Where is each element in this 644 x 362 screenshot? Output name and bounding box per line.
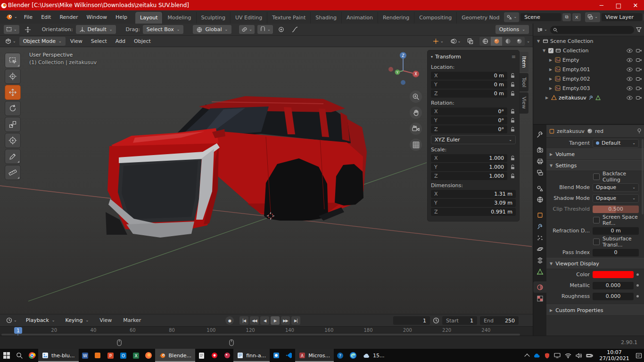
blend-mode-dropdown[interactable]: Opaque⌄ bbox=[593, 183, 639, 192]
location-x-field[interactable]: X0 m bbox=[431, 72, 507, 80]
timeline-menu-marker[interactable]: Marker bbox=[119, 315, 145, 325]
new-scene-button[interactable]: ⧉ bbox=[562, 13, 571, 21]
viewport-menu-view[interactable]: View bbox=[66, 37, 86, 46]
current-frame-field[interactable]: 1 bbox=[393, 316, 430, 325]
tab-object-data[interactable] bbox=[533, 266, 546, 277]
expand-arrow-icon[interactable]: ▶ bbox=[548, 77, 553, 81]
falloff-dropdown[interactable] bbox=[289, 25, 300, 34]
backface-culling-checkbox[interactable] bbox=[593, 173, 600, 180]
location-y-field[interactable]: Y0 m bbox=[431, 81, 507, 89]
scale-tool[interactable] bbox=[5, 117, 21, 132]
material-color-swatch[interactable] bbox=[593, 271, 634, 278]
rotation-x-field[interactable]: X0° bbox=[431, 107, 507, 115]
eye-icon[interactable] bbox=[627, 49, 633, 53]
camera-visibility-icon[interactable] bbox=[636, 67, 642, 72]
eye-icon[interactable] bbox=[627, 67, 633, 72]
view-layer-name-field[interactable]: View Layer bbox=[602, 13, 642, 21]
annotate-tool[interactable] bbox=[5, 149, 21, 164]
properties-scrollbar[interactable] bbox=[642, 139, 644, 214]
taskbar-chrome-icon[interactable] bbox=[25, 349, 38, 362]
workspace-tab-modeling[interactable]: Modeling bbox=[162, 12, 196, 24]
taskbar-app-blender[interactable]: Blende... bbox=[155, 349, 196, 362]
orientation-dropdown[interactable]: Default ⌄ bbox=[76, 25, 116, 34]
roughness-field[interactable]: 0.000 bbox=[593, 293, 634, 300]
tab-physics[interactable] bbox=[533, 243, 546, 255]
taskbar-search-button[interactable] bbox=[13, 349, 25, 362]
workspace-tab-animation[interactable]: Animation bbox=[341, 12, 378, 24]
eye-icon[interactable] bbox=[627, 58, 633, 62]
expand-arrow-icon[interactable]: ▶ bbox=[548, 67, 553, 72]
taskbar-weather-widget[interactable]: 15... bbox=[359, 349, 388, 362]
outliner-editor-dropdown[interactable]: ⌄ bbox=[536, 25, 548, 34]
drag-mode-dropdown[interactable]: Select Box ⌄ bbox=[143, 25, 184, 34]
shading-solid-button[interactable] bbox=[491, 37, 502, 46]
workspace-tab-rendering[interactable]: Rendering bbox=[378, 12, 414, 24]
sidebar-tab-tool[interactable]: Tool bbox=[520, 73, 528, 91]
tangent-dropdown[interactable]: Default⌄ bbox=[593, 139, 639, 148]
lock-icon[interactable] bbox=[510, 165, 516, 170]
scene-browse-dropdown[interactable]: ⌄ bbox=[504, 12, 519, 22]
outliner-row-empty[interactable]: ▶ Empty bbox=[533, 55, 644, 65]
workspace-tab-compositing[interactable]: Compositing bbox=[414, 12, 456, 24]
record-button[interactable]: ● bbox=[225, 316, 234, 325]
pass-index-field[interactable]: 0 bbox=[593, 249, 639, 256]
transform-pivot-dropdown[interactable]: Global ⌄ bbox=[193, 25, 231, 34]
jump-to-end-button[interactable]: ▶| bbox=[291, 316, 300, 325]
lock-icon[interactable] bbox=[510, 91, 516, 97]
collapse-arrow-icon[interactable]: ▾ bbox=[431, 55, 433, 59]
tab-particles[interactable] bbox=[533, 232, 546, 243]
editor-type-dropdown[interactable]: ⌄ bbox=[3, 37, 18, 46]
active-tool-dropdown[interactable]: ⌄ bbox=[4, 25, 19, 34]
show-gizmo-dropdown[interactable]: ⌄ bbox=[430, 37, 446, 46]
sidebar-tab-view[interactable]: View bbox=[520, 92, 528, 113]
tab-output[interactable] bbox=[533, 156, 546, 167]
navigation-gizmo[interactable]: Z Y X bbox=[385, 50, 421, 87]
shading-rendered-button[interactable] bbox=[513, 37, 525, 46]
tab-view-layer[interactable] bbox=[533, 167, 546, 178]
taskbar-vscode-icon[interactable] bbox=[282, 349, 295, 362]
menu-file[interactable]: File bbox=[20, 12, 37, 22]
breadcrumb-material[interactable]: red bbox=[595, 128, 603, 134]
viewport-menu-select[interactable]: Select bbox=[87, 37, 111, 46]
section-settings[interactable]: ▼ Settings bbox=[546, 160, 644, 171]
snap-toggle-dropdown[interactable]: ⌄ bbox=[257, 25, 273, 34]
jump-to-start-button[interactable]: |◀ bbox=[239, 316, 248, 325]
minimize-button[interactable]: ─ bbox=[593, 0, 610, 10]
taskbar-office-icon[interactable] bbox=[91, 349, 104, 362]
search-input[interactable] bbox=[560, 27, 631, 33]
metallic-field[interactable]: 0.000 bbox=[593, 282, 634, 289]
taskbar-edge-icon[interactable] bbox=[347, 349, 359, 362]
lock-icon[interactable] bbox=[510, 109, 516, 115]
viewport-menu-object[interactable]: Object bbox=[130, 37, 155, 46]
sidebar-tab-item[interactable]: Item bbox=[520, 52, 528, 72]
view-layer-browse-dropdown[interactable]: ⌄ bbox=[585, 12, 600, 22]
tab-render[interactable] bbox=[533, 144, 546, 156]
taskbar-excel-icon[interactable]: X bbox=[130, 349, 142, 362]
onedrive-icon[interactable] bbox=[533, 353, 540, 358]
play-button[interactable]: ▶ bbox=[271, 316, 280, 325]
volume-icon[interactable] bbox=[576, 353, 582, 358]
rotation-y-field[interactable]: Y0° bbox=[431, 116, 507, 124]
lock-icon[interactable] bbox=[510, 127, 516, 132]
options-dropdown[interactable]: Options ⌄ bbox=[495, 25, 529, 34]
menu-render[interactable]: Render bbox=[55, 12, 82, 22]
pin-icon[interactable] bbox=[637, 128, 642, 134]
shading-wireframe-button[interactable] bbox=[479, 37, 491, 46]
tab-constraints[interactable] bbox=[533, 255, 546, 266]
collection-checkbox[interactable]: ✓ bbox=[548, 48, 553, 53]
show-overlays-dropdown[interactable]: ⌄ bbox=[448, 37, 463, 46]
tab-modifiers[interactable] bbox=[533, 221, 546, 232]
transform-tool[interactable] bbox=[5, 133, 21, 148]
taskbar-powerpoint-icon[interactable]: P bbox=[104, 349, 117, 362]
scale-x-field[interactable]: X1.000 bbox=[431, 154, 507, 162]
camera-visibility-icon[interactable] bbox=[636, 77, 642, 81]
subsurface-checkbox[interactable] bbox=[593, 239, 600, 245]
zoom-button[interactable] bbox=[410, 90, 422, 103]
outliner-search[interactable] bbox=[550, 26, 634, 34]
outliner-row-zeitakusuv[interactable]: ▶ zeitakusuv bbox=[533, 93, 644, 102]
expand-arrow-icon[interactable]: ▶ bbox=[545, 96, 549, 100]
measure-tool[interactable] bbox=[5, 165, 21, 180]
expand-arrow-icon[interactable]: ▼ bbox=[542, 49, 546, 53]
snap-target-dropdown[interactable]: ⌄ bbox=[239, 25, 255, 34]
menu-edit[interactable]: Edit bbox=[37, 12, 55, 22]
